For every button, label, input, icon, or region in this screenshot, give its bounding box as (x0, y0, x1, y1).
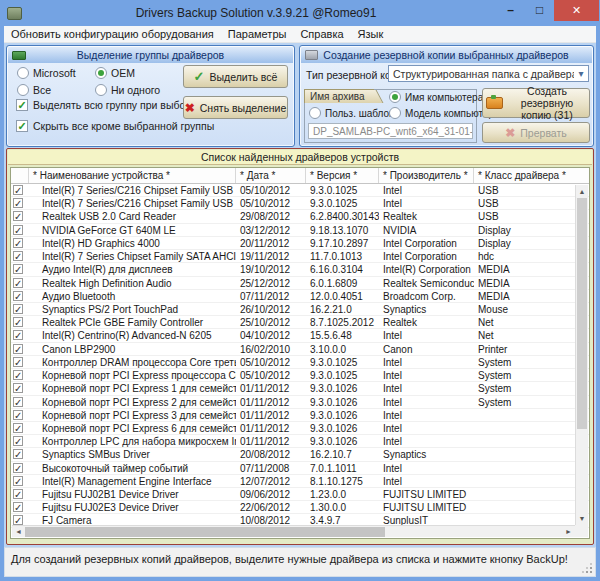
row-checkbox[interactable]: ✓ (13, 436, 23, 446)
vertical-scrollbar[interactable]: ▲ ▼ (575, 185, 588, 525)
table-row[interactable]: ✓Canon LBP290016/02/20103.10.0.0CanonPri… (11, 343, 589, 356)
table-row[interactable]: ✓Synaptics PS/2 Port TouchPad26/10/20121… (11, 303, 589, 316)
row-checkbox[interactable]: ✓ (13, 344, 23, 354)
scroll-down-icon[interactable]: ▼ (576, 512, 588, 525)
menu-help[interactable]: Справка (293, 28, 350, 40)
table-row[interactable]: ✓Контроллер DRAM процессора Core третьег… (11, 356, 589, 369)
cell-version: 16.2.10.7 (306, 448, 379, 460)
table-row[interactable]: ✓Realtek PCIe GBE Family Controller25/10… (11, 316, 589, 329)
row-checkbox[interactable]: ✓ (13, 238, 23, 248)
table-row[interactable]: ✓Аудио Bluetooth07/11/201212.0.0.4051Bro… (11, 290, 589, 303)
abort-button[interactable]: ✖ Прервать (482, 122, 590, 143)
row-checkbox[interactable]: ✓ (13, 463, 23, 473)
table-row[interactable]: ✓Аудио Intel(R) для дисплеев19/10/20126.… (11, 263, 589, 276)
column-manufacturer[interactable]: * Производитель * (379, 168, 474, 183)
row-checkbox[interactable]: ✓ (13, 370, 23, 380)
table-row[interactable]: ✓Intel(R) 7 Series/C216 Chipset Family U… (11, 184, 589, 197)
row-checkbox[interactable]: ✓ (13, 251, 23, 261)
table-row[interactable]: ✓Fujitsu FUJ02E3 Device Driver22/06/2012… (11, 501, 589, 514)
row-checkbox[interactable]: ✓ (13, 225, 23, 235)
table-row[interactable]: ✓Intel(R) HD Graphics 400020/11/20129.17… (11, 237, 589, 250)
cell-driver-class (474, 462, 589, 474)
row-checkbox[interactable]: ✓ (13, 449, 23, 459)
radio-oem-circle (95, 67, 107, 79)
row-checkbox[interactable]: ✓ (13, 515, 23, 525)
table-row[interactable]: ✓Intel(R) Centrino(R) Advanced-N 620504/… (11, 329, 589, 342)
table-row[interactable]: ✓Корневой порт PCI Express 2 для семейст… (11, 396, 589, 409)
cell-date: 25/12/2012 (236, 277, 306, 289)
table-row[interactable]: ✓Intel(R) 7 Series Chipset Family SATA A… (11, 250, 589, 263)
cell-manufacturer: Intel (379, 396, 474, 408)
radio-computer-name[interactable]: Имя компьютера (389, 91, 483, 103)
archive-name-input[interactable]: DP_SAMLAB-PC_wnt6_x64_31-01-2013 (308, 123, 473, 139)
table-row[interactable]: ✓Высокоточный таймер событий07/11/20087.… (11, 462, 589, 475)
column-device-name[interactable]: * Наименование устройства * (29, 168, 236, 183)
row-checkbox[interactable]: ✓ (13, 397, 23, 407)
row-checkbox[interactable]: ✓ (13, 278, 23, 288)
menu-parameters[interactable]: Параметры (221, 28, 294, 40)
checkbox-select-whole-group[interactable]: ✓ Выделять всю группу при выборе (16, 99, 197, 111)
table-row[interactable]: ✓NVIDIA GeForce GT 640M LE03/12/20129.18… (11, 224, 589, 237)
table-row[interactable]: ✓Realtek High Definition Audio25/12/2012… (11, 277, 589, 290)
checkbox-hide-others[interactable]: ✓ Скрыть все кроме выбранной группы (16, 120, 214, 132)
group-driver-selection-title: Выделение группы драйверов (26, 49, 275, 61)
close-button[interactable]: ✕ (554, 0, 599, 21)
cell-driver-class: Net (474, 316, 589, 328)
column-date[interactable]: * Дата * (236, 168, 306, 183)
radio-oem[interactable]: OEM (95, 67, 135, 79)
table-row[interactable]: ✓Корневой порт PCI Express процессора Co… (11, 369, 589, 382)
row-checkbox[interactable]: ✓ (13, 198, 23, 208)
row-checkbox[interactable]: ✓ (13, 502, 23, 512)
scroll-up-icon[interactable]: ▲ (576, 185, 588, 198)
table-row[interactable]: ✓Realtek USB 2.0 Card Reader29/08/20126.… (11, 210, 589, 223)
cell-device-name: Intel(R) 7 Series/C216 Chipset Family US… (29, 184, 236, 196)
cell-date: 12/07/2012 (236, 475, 306, 487)
row-checkbox[interactable]: ✓ (13, 264, 23, 274)
row-checkbox[interactable]: ✓ (13, 304, 23, 314)
row-checkbox[interactable]: ✓ (13, 489, 23, 499)
table-row[interactable]: ✓Synaptics SMBus Driver20/08/201216.2.10… (11, 448, 589, 461)
row-checkbox[interactable]: ✓ (13, 185, 23, 195)
row-checkbox-cell: ✓ (11, 501, 29, 513)
radio-none[interactable]: Ни одного (95, 84, 160, 96)
row-checkbox[interactable]: ✓ (13, 211, 23, 221)
table-row[interactable]: ✓Корневой порт PCI Express 6 для семейст… (11, 422, 589, 435)
vertical-scrollbar-thumb[interactable] (577, 198, 587, 429)
horizontal-scrollbar[interactable]: ◄ ► (12, 525, 575, 537)
cell-driver-class: USB (474, 210, 589, 222)
row-checkbox[interactable]: ✓ (13, 291, 23, 301)
row-checkbox[interactable]: ✓ (13, 410, 23, 420)
minimize-button[interactable]: – (496, 0, 525, 21)
table-row[interactable]: ✓Контроллер LPC для набора микросхем Int… (11, 435, 589, 448)
row-checkbox[interactable]: ✓ (13, 330, 23, 340)
scroll-left-icon[interactable]: ◄ (12, 526, 25, 538)
select-all-button[interactable]: ✓ Выделить всё (183, 65, 288, 88)
table-row[interactable]: ✓Корневой порт PCI Express 3 для семейст… (11, 409, 589, 422)
menu-refresh-hardware[interactable]: Обновить конфигурацию оборудования (4, 28, 221, 40)
column-version[interactable]: * Версия * (306, 168, 379, 183)
radio-user-template[interactable]: Польз. шаблон (309, 107, 395, 119)
radio-computer-model-circle (389, 107, 401, 119)
row-checkbox[interactable]: ✓ (13, 476, 23, 486)
menu-language[interactable]: Язык (351, 28, 391, 40)
deselect-button[interactable]: ✖ Снять выделение (183, 96, 288, 119)
column-driver-class[interactable]: * Класс драйвера * (474, 168, 589, 183)
row-checkbox[interactable]: ✓ (13, 357, 23, 367)
maximize-button[interactable]: □ (525, 0, 554, 21)
resize-grip-icon[interactable] (581, 562, 593, 574)
backup-type-combobox[interactable]: Структурированная папка с драйверами ▾ (388, 65, 589, 82)
scroll-right-icon[interactable]: ► (562, 526, 575, 538)
table-row[interactable]: ✓Корневой порт PCI Express 1 для семейст… (11, 382, 589, 395)
column-checkbox[interactable] (11, 168, 29, 183)
create-backup-button[interactable]: Создать резервную копию (31) (482, 88, 590, 118)
cell-manufacturer: Synaptics (379, 303, 474, 315)
table-row[interactable]: ✓Intel(R) 7 Series/C216 Chipset Family U… (11, 197, 589, 210)
table-row[interactable]: ✓Intel(R) Management Engine Interface12/… (11, 475, 589, 488)
radio-microsoft[interactable]: Microsoft (17, 67, 76, 79)
row-checkbox[interactable]: ✓ (13, 423, 23, 433)
table-row[interactable]: ✓Fujitsu FUJ02B1 Device Driver09/06/2012… (11, 488, 589, 501)
radio-all[interactable]: Все (17, 84, 51, 96)
row-checkbox[interactable]: ✓ (13, 317, 23, 327)
row-checkbox[interactable]: ✓ (13, 383, 23, 393)
horizontal-scrollbar-thumb[interactable] (25, 527, 385, 537)
